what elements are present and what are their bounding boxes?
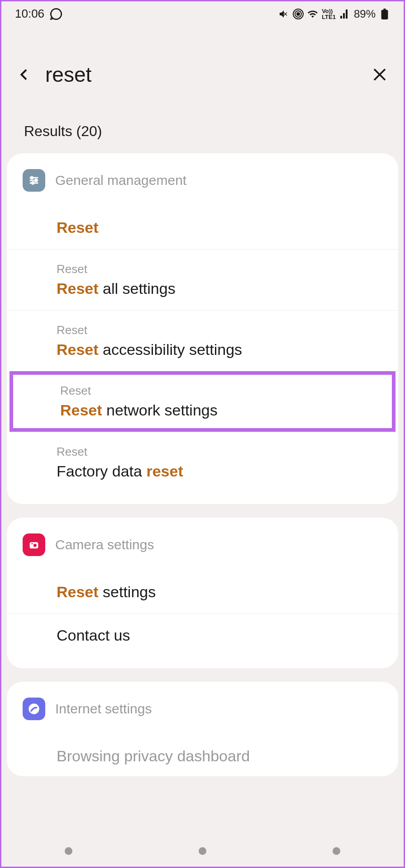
section-camera-settings: Camera settings Reset settings Contact u… — [7, 518, 398, 668]
internet-icon — [23, 698, 45, 720]
results-count: Results (20) — [1, 96, 404, 153]
nav-back-icon[interactable] — [333, 847, 340, 855]
back-icon[interactable] — [17, 67, 32, 82]
status-time: 10:06 — [15, 7, 44, 21]
result-item-factory-reset[interactable]: Reset Factory data reset — [7, 432, 398, 493]
svg-rect-4 — [383, 9, 386, 10]
result-item-camera-reset[interactable]: Reset settings — [7, 565, 398, 613]
svg-point-11 — [32, 182, 34, 184]
result-item-reset-all[interactable]: Reset Reset all settings — [7, 249, 398, 310]
close-icon[interactable] — [372, 66, 388, 83]
svg-point-10 — [35, 179, 37, 182]
navigation-bar — [1, 835, 404, 867]
result-title: Reset network settings — [60, 401, 379, 419]
section-internet-settings: Internet settings Browsing privacy dashb… — [7, 682, 398, 776]
camera-icon — [23, 533, 45, 556]
wifi-icon — [307, 9, 318, 19]
result-item-reset[interactable]: Reset — [7, 201, 398, 249]
result-breadcrumb: Reset — [57, 323, 382, 337]
nav-home-icon[interactable] — [199, 847, 206, 855]
mute-icon — [278, 9, 289, 19]
result-title: Reset all settings — [57, 280, 382, 297]
signal-icon — [339, 9, 350, 19]
hotspot-icon — [293, 9, 304, 19]
svg-rect-14 — [31, 543, 33, 544]
result-title: Browsing privacy dashboard — [57, 747, 382, 765]
result-breadcrumb: Reset — [57, 445, 382, 459]
result-item-reset-accessibility[interactable]: Reset Reset accessibility settings — [7, 310, 398, 371]
result-item-browsing-privacy[interactable]: Browsing privacy dashboard — [7, 729, 398, 765]
settings-sliders-icon — [23, 169, 45, 192]
section-general-management: General management Reset Reset Reset all… — [7, 153, 398, 504]
status-bar: 10:06 Vo))LTE1 89% — [1, 1, 404, 26]
section-title: Internet settings — [55, 701, 152, 717]
result-breadcrumb: Reset — [60, 384, 379, 398]
result-title: Reset settings — [57, 583, 382, 601]
result-item-reset-network[interactable]: Reset Reset network settings — [10, 371, 395, 432]
volte-icon: Vo))LTE1 — [322, 8, 336, 20]
whatsapp-icon — [50, 8, 62, 20]
svg-point-9 — [31, 177, 33, 179]
section-title: General management — [55, 173, 186, 188]
svg-point-1 — [297, 13, 300, 15]
result-breadcrumb: Reset — [57, 262, 382, 276]
result-item-contact-us[interactable]: Contact us — [7, 613, 398, 657]
result-title: Reset — [57, 219, 382, 236]
result-title: Factory data reset — [57, 462, 382, 480]
result-title: Contact us — [57, 627, 382, 644]
search-header: reset — [1, 26, 404, 96]
svg-point-13 — [33, 544, 37, 547]
nav-recents-icon[interactable] — [65, 847, 72, 855]
search-input[interactable]: reset — [45, 62, 358, 87]
section-title: Camera settings — [55, 537, 154, 552]
battery-percent: 89% — [354, 8, 376, 20]
svg-rect-5 — [381, 9, 388, 19]
result-title: Reset accessibility settings — [57, 341, 382, 359]
battery-icon — [379, 9, 390, 19]
